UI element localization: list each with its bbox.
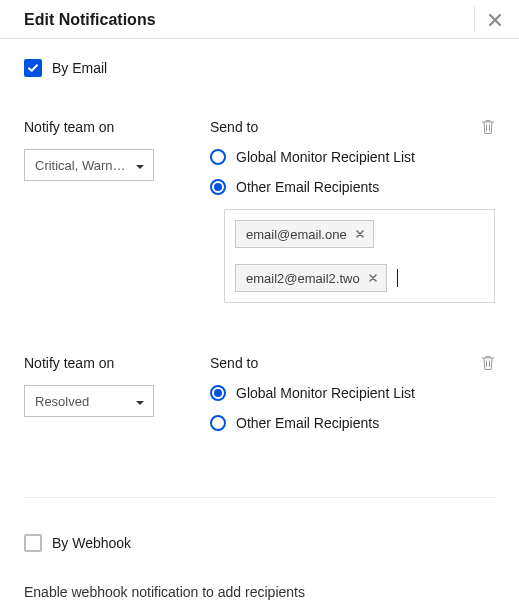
severity-select[interactable]: Resolved (24, 385, 154, 417)
modal-title: Edit Notifications (24, 11, 156, 29)
notify-team-label: Notify team on (24, 355, 174, 371)
by-webhook-checkbox[interactable] (24, 534, 42, 552)
notification-rule: Notify team on Critical, Warn… Send to G… (24, 119, 495, 303)
header-separator (474, 6, 475, 32)
by-webhook-row: By Webhook (24, 534, 495, 552)
by-webhook-label: By Webhook (52, 535, 131, 551)
radio-label: Global Monitor Recipient List (236, 385, 415, 401)
radio-other-recipients[interactable]: Other Email Recipients (210, 415, 495, 431)
radio-other-recipients[interactable]: Other Email Recipients (210, 179, 495, 195)
radio-label: Global Monitor Recipient List (236, 149, 415, 165)
radio-global-recipients[interactable]: Global Monitor Recipient List (210, 385, 495, 401)
chevron-down-icon (135, 394, 145, 409)
remove-chip-icon[interactable] (353, 227, 367, 241)
radio-label: Other Email Recipients (236, 415, 379, 431)
section-divider (24, 497, 495, 498)
rule-right-col: Send to Global Monitor Recipient List Ot… (210, 355, 495, 445)
rule-left-col: Notify team on Critical, Warn… (24, 119, 174, 303)
rule-left-col: Notify team on Resolved (24, 355, 174, 445)
email-recipients-input[interactable]: email@email.one email2@email2.two (224, 209, 495, 303)
notification-rule: Notify team on Resolved Send to Global M… (24, 355, 495, 445)
radio-icon (210, 385, 226, 401)
modal-header: Edit Notifications (0, 0, 519, 39)
by-email-row: By Email (24, 59, 495, 77)
radio-icon (210, 179, 226, 195)
modal-body: By Email Notify team on Critical, Warn… … (0, 39, 519, 600)
chevron-down-icon (135, 158, 145, 173)
edit-notifications-modal: Edit Notifications By Email Notify team … (0, 0, 519, 614)
close-icon[interactable] (485, 10, 505, 30)
text-cursor (397, 269, 398, 287)
radio-global-recipients[interactable]: Global Monitor Recipient List (210, 149, 495, 165)
webhook-helper-text: Enable webhook notification to add recip… (24, 584, 495, 600)
severity-select[interactable]: Critical, Warn… (24, 149, 154, 181)
send-to-label: Send to (210, 355, 495, 371)
by-email-label: By Email (52, 60, 107, 76)
select-value: Resolved (35, 394, 89, 409)
email-chip: email2@email2.two (235, 264, 387, 292)
notify-team-label: Notify team on (24, 119, 174, 135)
trash-icon[interactable] (481, 119, 495, 135)
chip-text: email2@email2.two (246, 271, 360, 286)
send-to-label: Send to (210, 119, 495, 135)
email-chip: email@email.one (235, 220, 374, 248)
radio-icon (210, 149, 226, 165)
chip-text: email@email.one (246, 227, 347, 242)
by-email-checkbox[interactable] (24, 59, 42, 77)
rule-right-col: Send to Global Monitor Recipient List Ot… (210, 119, 495, 303)
select-value: Critical, Warn… (35, 158, 126, 173)
remove-chip-icon[interactable] (366, 271, 380, 285)
trash-icon[interactable] (481, 355, 495, 371)
radio-icon (210, 415, 226, 431)
radio-label: Other Email Recipients (236, 179, 379, 195)
